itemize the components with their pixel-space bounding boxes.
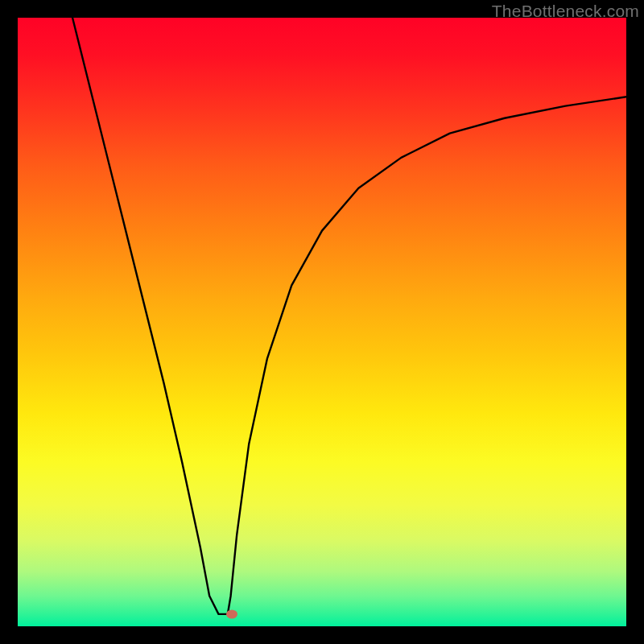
minimum-marker-dot: [226, 609, 237, 618]
bottleneck-curve: [18, 18, 626, 626]
plot-area: [18, 18, 626, 626]
chart-frame: TheBottleneck.com: [0, 0, 644, 644]
watermark-label: TheBottleneck.com: [492, 2, 639, 21]
